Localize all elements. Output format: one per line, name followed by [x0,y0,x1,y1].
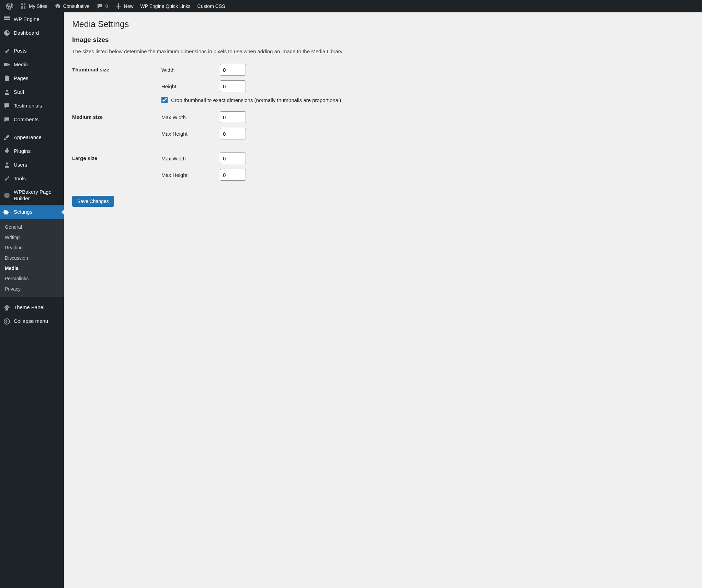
sidebar-item-staff[interactable]: Staff [0,85,64,99]
row-thumbnail: Thumbnail size Width Height Crop thumbna… [72,64,416,103]
wp-engine-link[interactable]: WP Engine Quick Links [137,0,194,12]
my-sites-link[interactable]: My Sites [16,0,51,12]
sidebar-item-label: Appearance [14,134,42,141]
sidebar-item-label: Media [14,61,28,68]
admin-sidebar: WP Engine Dashboard Posts Media Pages St… [0,12,64,214]
sidebar-item-wpengine[interactable]: WP Engine [0,12,64,26]
maxwidth-label: Max Width [161,114,220,120]
comment-icon [97,3,103,10]
sidebar-item-users[interactable]: Users [0,158,64,172]
sidebar-item-label: Staff [14,89,24,95]
my-sites-label: My Sites [29,3,47,9]
page-icon [3,75,10,82]
svg-rect-5 [8,19,10,20]
large-maxheight-input[interactable] [220,169,246,181]
sidebar-item-label: Pages [14,75,29,82]
person-icon [3,89,10,95]
sidebar-item-label: Settings [14,209,32,214]
sidebar-item-label: WPBakery Page Builder [14,189,60,202]
section-description: The sizes listed below determine the max… [72,48,694,54]
sidebar-item-label: Posts [14,48,27,54]
menu-separator [0,126,64,131]
sidebar-item-label: Comments [14,116,39,123]
thumbnail-width-input[interactable] [220,64,246,76]
sidebar-item-label: Testimonials [14,103,42,109]
wpbakery-icon [3,192,10,199]
medium-maxheight-input[interactable] [220,128,246,139]
svg-point-7 [6,162,8,165]
sidebar-item-plugins[interactable]: Plugins [0,144,64,158]
pin-icon [3,47,10,54]
save-button[interactable]: Save Changes [72,196,114,207]
maxheight-label: Max Height [161,131,220,137]
crop-label: Crop thumbnail to exact dimensions (norm… [171,97,341,103]
home-icon [54,3,61,10]
main-content: Media Settings Image sizes The sizes lis… [64,12,702,214]
sidebar-item-testimonials[interactable]: Testimonials [0,99,64,113]
custom-css-label: Custom CSS [197,3,225,9]
sidebar-item-label: Tools [14,176,26,182]
svg-rect-4 [6,19,8,20]
page-title: Media Settings [72,19,694,29]
svg-rect-0 [4,16,6,18]
wp-engine-label: WP Engine Quick Links [140,3,191,9]
comment-icon [3,116,10,123]
admin-bar: My Sites Consultative 0 New WP Engine Qu… [0,0,702,12]
large-maxwidth-input[interactable] [220,152,246,164]
sidebar-item-pages[interactable]: Pages [0,71,64,85]
maxheight-label: Max Height [161,172,220,178]
maxwidth-label: Max Width [161,156,220,161]
height-label: Height [161,83,220,89]
dashboard-icon [3,30,10,36]
svg-point-8 [4,193,10,198]
sidebar-item-dashboard[interactable]: Dashboard [0,26,64,40]
crop-checkbox[interactable] [161,97,168,103]
svg-rect-2 [8,16,10,18]
row-heading: Medium size [72,111,161,120]
plugin-icon [3,148,10,155]
svg-point-6 [6,90,8,92]
svg-rect-3 [4,19,6,20]
sidebar-item-posts[interactable]: Posts [0,44,64,58]
site-name-label: Consultative [63,3,90,9]
sidebar-item-media[interactable]: Media [0,58,64,71]
sidebar-item-label: WP Engine [14,16,39,23]
plus-icon [115,3,122,10]
form-table: Thumbnail size Width Height Crop thumbna… [72,64,416,185]
comments-count: 0 [105,3,108,9]
new-content-label: New [124,3,134,9]
width-label: Width [161,67,220,73]
thumbnail-height-input[interactable] [220,80,246,92]
sidebar-item-label: Plugins [14,148,31,155]
sidebar-item-comments[interactable]: Comments [0,113,64,126]
row-heading: Large size [72,152,161,161]
testimonial-icon [3,102,10,109]
row-heading: Thumbnail size [72,64,161,72]
sidebar-item-wpbakery[interactable]: WPBakery Page Builder [0,185,64,205]
wordpress-icon [6,3,13,10]
network-icon [20,3,27,10]
new-content-link[interactable]: New [112,0,137,12]
media-icon [3,61,10,68]
row-medium: Medium size Max Width Max Height [72,111,416,144]
section-title: Image sizes [72,36,694,44]
wrench-icon [3,175,10,182]
wordpress-logo[interactable] [3,0,16,12]
sidebar-item-label: Dashboard [14,30,39,36]
settings-icon [3,209,10,214]
sidebar-item-tools[interactable]: Tools [0,172,64,185]
svg-rect-1 [6,16,8,18]
user-icon [3,161,10,168]
grid-icon [3,16,10,23]
custom-css-link[interactable]: Custom CSS [194,0,229,12]
brush-icon [3,134,10,141]
sidebar-item-settings[interactable]: Settings [0,205,64,214]
site-name-link[interactable]: Consultative [51,0,93,12]
sidebar-item-label: Users [14,162,27,168]
medium-maxwidth-input[interactable] [220,111,246,123]
comments-link[interactable]: 0 [93,0,112,12]
sidebar-item-appearance[interactable]: Appearance [0,131,64,144]
menu-separator [0,40,64,44]
submit-row: Save Changes [72,196,694,207]
row-large: Large size Max Width Max Height [72,152,416,185]
